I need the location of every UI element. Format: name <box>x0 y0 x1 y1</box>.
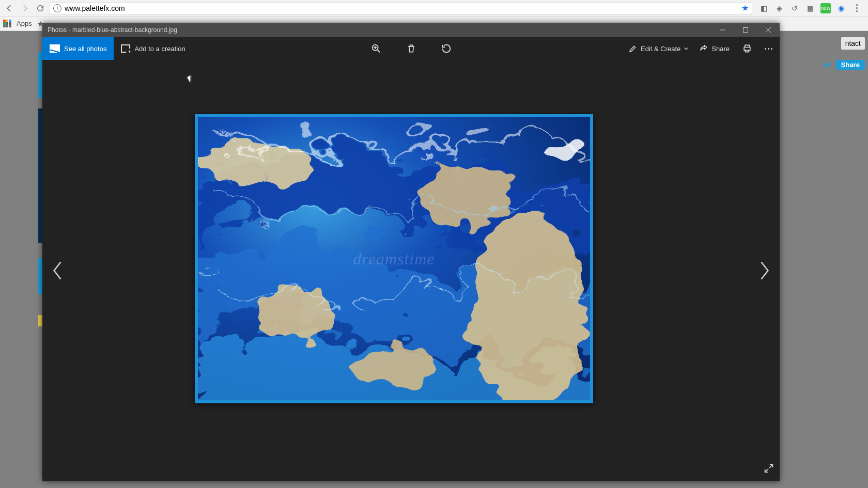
svg-line-3 <box>377 50 380 53</box>
print-button[interactable] <box>740 41 754 56</box>
extension-icon[interactable]: ◉ <box>836 3 846 13</box>
edit-create-label: Edit & Create <box>641 45 680 53</box>
delete-button[interactable] <box>404 41 419 56</box>
maximize-button[interactable] <box>734 23 757 37</box>
creation-icon <box>121 44 130 53</box>
photos-app-window: Photos - marbled-blue-abstract-backgroun… <box>42 23 780 481</box>
chevron-down-icon <box>684 46 689 51</box>
svg-point-11 <box>353 344 436 386</box>
add-to-creation-button[interactable]: Add to a creation <box>114 44 192 53</box>
photos-toolbar: See all photos Add to a creation Edit & … <box>42 37 780 60</box>
share-button[interactable]: Share <box>699 44 730 53</box>
displayed-image[interactable]: dreamstime <box>195 114 593 403</box>
address-bar[interactable]: i www.palettefx.com ★ <box>50 2 752 14</box>
page-4k-label[interactable]: 4K <box>823 61 832 69</box>
zoom-button[interactable] <box>369 41 383 56</box>
apps-label[interactable]: Apps <box>17 20 32 27</box>
next-image-button[interactable] <box>754 255 774 286</box>
extension-icon[interactable]: ▦ <box>805 3 815 13</box>
extensions-area: ◧ ◈ ↺ ▦ new ◉ <box>755 3 865 13</box>
extension-icon[interactable]: new <box>820 3 831 13</box>
back-button[interactable] <box>3 2 16 14</box>
svg-point-7 <box>198 143 322 184</box>
share-label: Share <box>711 45 730 53</box>
url-text: www.palettefx.com <box>65 4 125 12</box>
svg-point-12 <box>541 142 577 165</box>
more-button[interactable] <box>765 48 772 50</box>
extension-icon[interactable]: ◈ <box>774 3 784 13</box>
rotate-button[interactable] <box>439 41 454 56</box>
reload-button[interactable] <box>34 2 47 14</box>
extension-icon[interactable]: ↺ <box>789 3 800 13</box>
fullscreen-button[interactable] <box>763 463 774 476</box>
browser-toolbar: i www.palettefx.com ★ ◧ ◈ ↺ ▦ new ◉ <box>0 0 868 17</box>
photo-icon <box>50 44 60 53</box>
add-creation-label: Add to a creation <box>134 45 185 53</box>
minimize-button[interactable] <box>711 23 734 37</box>
extension-icon[interactable]: ◧ <box>758 3 769 13</box>
close-button[interactable] <box>757 23 780 37</box>
bookmark-star-icon[interactable]: ★ <box>741 3 749 13</box>
svg-rect-1 <box>743 28 748 33</box>
apps-icon[interactable] <box>3 20 11 28</box>
forward-button[interactable] <box>19 2 31 14</box>
previous-image-button[interactable] <box>48 255 68 286</box>
window-title: Photos - marbled-blue-abstract-backgroun… <box>48 26 177 34</box>
svg-point-9 <box>260 288 332 339</box>
site-info-icon[interactable]: i <box>53 4 61 12</box>
page-share-button[interactable]: Share <box>836 60 865 70</box>
edit-icon <box>628 44 638 53</box>
share-icon <box>699 44 708 53</box>
edit-create-button[interactable]: Edit & Create <box>628 44 689 53</box>
chrome-menu-button[interactable] <box>851 4 862 12</box>
see-all-photos-button[interactable]: See all photos <box>42 37 114 60</box>
see-all-label: See all photos <box>64 45 106 53</box>
image-viewer: dreamstime <box>42 60 780 481</box>
page-right-strip: ntact <box>822 35 868 61</box>
page-nav-partial[interactable]: ntact <box>841 37 865 50</box>
window-titlebar[interactable]: Photos - marbled-blue-abstract-backgroun… <box>42 23 780 37</box>
